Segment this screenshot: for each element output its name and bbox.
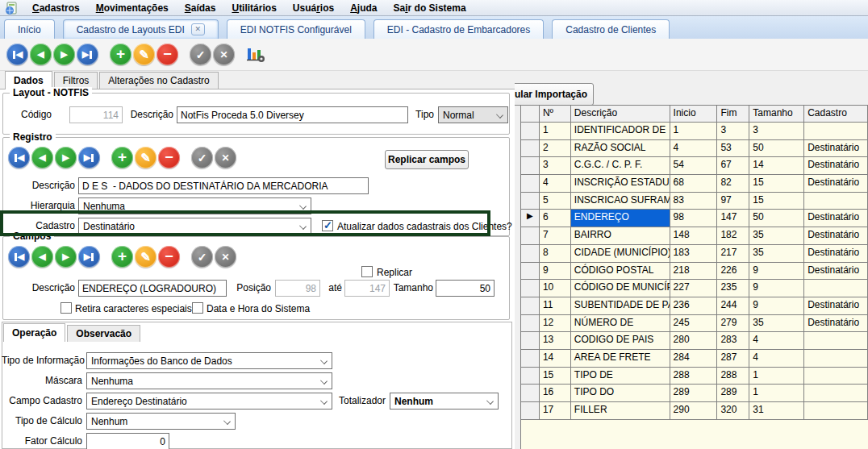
next-record-button[interactable]: ▶ — [55, 147, 77, 168]
grid-row[interactable]: 3C.G.C. / C. P. F.546714Destinatário — [521, 157, 868, 175]
grid-cell[interactable]: RAZÃO SOCIAL — [571, 140, 670, 158]
grid-cell[interactable]: 83 — [670, 193, 718, 210]
grid-cell[interactable] — [804, 402, 868, 420]
tab-edi-notfis-configur-vel[interactable]: EDI NOTFIS Configurável — [227, 19, 365, 39]
cancel-button[interactable]: ✕ — [215, 147, 236, 168]
grid-cell[interactable]: 97 — [717, 193, 749, 210]
grid-cell[interactable]: Destinatário — [804, 210, 868, 227]
grid-cell[interactable]: 1 — [540, 123, 571, 140]
grid-cell[interactable]: INSCRIÇÃO ESTADUAL — [571, 175, 670, 193]
grid-cell[interactable]: 6 — [540, 210, 571, 227]
grid-row[interactable]: 2RAZÃO SOCIAL45350Destinatário — [521, 140, 868, 158]
grid-cell[interactable]: 183 — [670, 245, 718, 263]
grid-row[interactable]: 7BAIRRO14818235Destinatário — [521, 227, 868, 245]
grid-row-selector[interactable] — [521, 140, 540, 158]
grid-row-selector[interactable] — [521, 263, 540, 281]
grid-cell[interactable] — [804, 332, 868, 350]
grid-cell[interactable]: CIDADE (MUNICÍPIO) — [571, 245, 670, 263]
grid-cell[interactable]: 5 — [540, 193, 571, 210]
grid-cell[interactable]: SUBENTIDADE DE PAÍS — [571, 297, 670, 315]
grid-cell[interactable]: 1 — [749, 385, 804, 402]
grid-cell[interactable]: Destinatário — [804, 263, 868, 281]
grid-cell[interactable]: 54 — [670, 157, 718, 175]
grid-cell[interactable]: 218 — [670, 263, 718, 281]
hierarquia-select[interactable]: Nenhuma — [78, 197, 311, 214]
grid-row-selector[interactable] — [521, 193, 540, 210]
grid-cell[interactable]: IDENTIFICADOR DE — [571, 123, 670, 140]
grid-column-header[interactable]: Descrição — [571, 106, 670, 123]
chart-settings-button[interactable] — [246, 44, 265, 65]
grid-cell[interactable]: 68 — [670, 175, 718, 193]
grid-cell[interactable]: 3 — [540, 157, 571, 175]
grid-cell[interactable]: 283 — [717, 332, 749, 350]
first-record-button[interactable]: ◀ — [8, 147, 30, 168]
grid-cell[interactable]: 35 — [749, 315, 804, 333]
previous-record-button[interactable]: ◀ — [30, 44, 52, 65]
grid-cell[interactable]: 9 — [749, 297, 804, 315]
add-record-button[interactable]: + — [111, 147, 133, 168]
menu-item-movimenta-es[interactable]: Movimentações — [88, 2, 177, 14]
grid-row-selector[interactable] — [521, 280, 540, 297]
grid-cell[interactable]: 2 — [540, 140, 571, 158]
tab-edi-cadastro-de-embarcadores[interactable]: EDI - Cadastro de Embarcadores — [373, 19, 544, 39]
first-record-button[interactable]: ◀ — [6, 44, 28, 65]
grid-cell[interactable]: Destinatário — [804, 175, 868, 193]
grid-cell[interactable]: ENDEREÇO — [571, 210, 670, 227]
confirm-button[interactable]: ✓ — [191, 147, 213, 168]
grid-cell[interactable]: 53 — [717, 140, 749, 158]
grid-cell[interactable]: 182 — [717, 227, 749, 245]
grid-cell[interactable] — [804, 350, 868, 368]
grid-cell[interactable]: 284 — [670, 350, 718, 368]
grid-cell[interactable]: 9 — [749, 263, 804, 281]
grid-cell[interactable]: 279 — [717, 315, 749, 333]
grid-cell[interactable]: 4 — [749, 350, 804, 368]
delete-record-button[interactable]: − — [158, 246, 180, 268]
grid-cell[interactable]: 148 — [670, 227, 718, 245]
grid-cell[interactable]: 4 — [540, 175, 571, 193]
delete-record-button[interactable]: − — [156, 44, 178, 65]
grid-cell[interactable]: Destinatário — [804, 140, 868, 158]
tipo-calculo-select[interactable]: Nenhum — [86, 413, 236, 430]
grid-cell[interactable]: 4 — [749, 332, 804, 350]
menu-item-sair-do-sistema[interactable]: Sair do Sistema — [386, 2, 474, 14]
grid-cell[interactable]: 8 — [540, 245, 571, 263]
grid-cell[interactable]: 98 — [670, 210, 718, 227]
grid-cell[interactable]: 9 — [540, 263, 571, 281]
totalizador-select[interactable]: Nenhum — [390, 393, 499, 410]
mascara-select[interactable]: Nenhuma — [86, 372, 332, 389]
grid-row-selector[interactable] — [521, 227, 540, 245]
add-record-button[interactable]: + — [110, 44, 131, 65]
grid-cell[interactable] — [804, 368, 868, 385]
grid-cell[interactable]: 245 — [670, 315, 718, 333]
replicar-campos-button[interactable]: Replicar campos — [385, 150, 469, 169]
grid-cell[interactable]: TIPO DE — [571, 368, 670, 385]
grid-row[interactable]: 12NÚMERO DE24527935Destinatário — [521, 315, 868, 333]
grid-cell[interactable]: 3 — [749, 123, 804, 140]
grid-cell[interactable]: BAIRRO — [571, 227, 670, 245]
confirm-button[interactable]: ✓ — [190, 44, 211, 65]
grid-cell[interactable]: 244 — [717, 297, 749, 315]
grid-cell[interactable]: 3 — [717, 123, 749, 140]
ate-input[interactable] — [344, 280, 390, 297]
last-record-button[interactable]: ▶ — [78, 246, 100, 268]
grid-row[interactable]: 4INSCRIÇÃO ESTADUAL688215Destinatário — [521, 175, 868, 193]
registro-descricao-input[interactable] — [78, 177, 369, 194]
last-record-button[interactable]: ▶ — [77, 44, 98, 65]
atualizar-clientes-checkbox[interactable] — [322, 220, 333, 231]
grid-cell[interactable]: Destinatário — [804, 227, 868, 245]
fator-calculo-input[interactable] — [86, 433, 169, 449]
grid-cell[interactable]: 11 — [540, 297, 571, 315]
grid-cell[interactable]: 15 — [749, 193, 804, 210]
grid-cell[interactable]: 35 — [749, 227, 804, 245]
grid-row[interactable]: ▶6ENDEREÇO9814750Destinatário — [521, 210, 868, 227]
campo-cadastro-select[interactable]: Endereço Destinatário — [86, 393, 332, 410]
grid-cell[interactable]: 17 — [540, 402, 571, 420]
menu-item-utilit-rios[interactable]: Utilitários — [223, 2, 284, 14]
grid-row[interactable]: 9CÓDIGO POSTAL2182269Destinatário — [521, 263, 868, 281]
data-hora-checkbox[interactable] — [192, 302, 203, 314]
grid-row[interactable]: 13CODIGO DE PAIS2802834 — [521, 332, 868, 350]
grid-row-selector[interactable] — [521, 402, 540, 420]
grid-cell[interactable]: CÓDIGO DE MUNICÍPIO — [571, 280, 670, 297]
op-tab-observac-o[interactable]: Observacão — [67, 325, 140, 342]
grid-cell[interactable]: 13 — [540, 332, 571, 350]
